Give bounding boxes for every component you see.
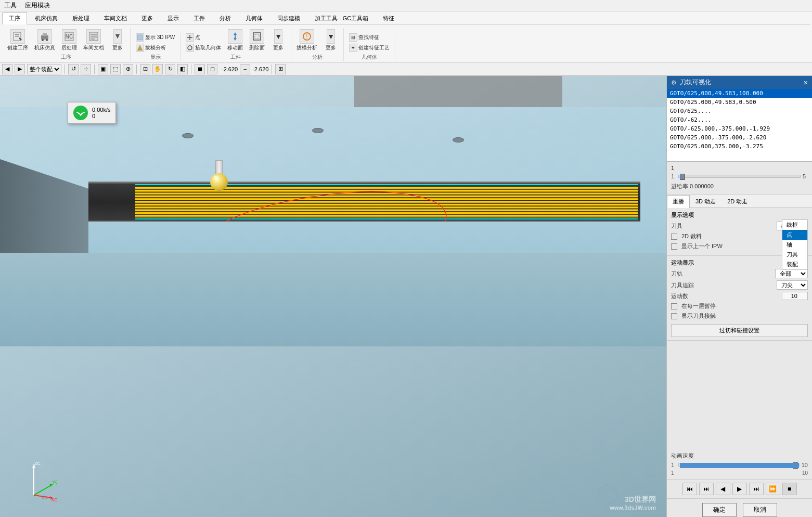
tb-btn1[interactable]: ↺ bbox=[68, 64, 79, 74]
tb-rotate[interactable]: ↻ bbox=[165, 64, 175, 74]
btn-offset[interactable]: 删除面 bbox=[247, 28, 267, 53]
dd-item-zhou[interactable]: 轴 bbox=[782, 240, 807, 250]
gcode-item-6[interactable]: GOTO/625.000,375.000,-3.275 bbox=[667, 142, 812, 151]
btn-machine-label: 机床仿真 bbox=[34, 44, 55, 51]
tab-jixhe[interactable]: 几何体 bbox=[239, 12, 269, 24]
btn-last[interactable]: ⏩ bbox=[766, 483, 780, 495]
btn-move[interactable]: 移动面 bbox=[225, 28, 245, 53]
btn-more-fenxi-label: 更多 bbox=[326, 44, 336, 51]
btn-create-feature[interactable]: ✦ 创建特征工艺 bbox=[347, 43, 392, 53]
create-feature-icon: ✦ bbox=[349, 44, 357, 52]
btn-prev-frame[interactable]: ⏭ bbox=[699, 483, 714, 495]
tb-misc[interactable]: ⊞ bbox=[275, 64, 286, 74]
check-contact-label: 显示刀具接触 bbox=[681, 312, 808, 320]
analyse-icon: ! bbox=[300, 29, 314, 44]
btn-machine[interactable]: 机床仿真 bbox=[32, 28, 57, 53]
btn-merge[interactable]: ⊞ 查找特征 bbox=[347, 33, 392, 42]
tab-gongxu[interactable]: 工序 bbox=[2, 12, 27, 24]
tool-track-select[interactable]: 全部 切削 非切削 bbox=[775, 269, 808, 278]
btn-first[interactable]: ⏮ bbox=[682, 483, 697, 495]
tb-btn2[interactable]: ⊹ bbox=[81, 64, 91, 74]
check-contact-row: 显示刀具接触 bbox=[671, 312, 808, 320]
wifi-icon bbox=[73, 106, 88, 120]
btn-workshop[interactable]: 车间文档 bbox=[81, 28, 106, 53]
overcut-btn[interactable]: 过切和碰撞设置 bbox=[671, 324, 808, 337]
btn-pick-circle[interactable]: 拾取几何体 bbox=[184, 43, 223, 53]
check-2d[interactable] bbox=[671, 234, 677, 240]
menu-item-module[interactable]: 应用模块 bbox=[25, 1, 50, 10]
dd-item-xk[interactable]: 线框 bbox=[782, 220, 807, 230]
gcode-item-0[interactable]: GOTO/625,000,49.583,100.000 bbox=[667, 89, 812, 98]
btn-postprocess[interactable]: NC 后处理 bbox=[59, 28, 79, 53]
tb-move[interactable]: ⊕ bbox=[123, 64, 133, 74]
move-icon bbox=[228, 29, 242, 44]
slider-value: 1 bbox=[671, 165, 808, 171]
gcode-item-2[interactable]: GOTO/625,... bbox=[667, 107, 812, 115]
tb-zoom[interactable]: ⊡ bbox=[140, 64, 150, 74]
btn-draft[interactable]: 拔模分析 bbox=[134, 43, 177, 53]
tool-trace-select[interactable]: 刀尖 刀心 bbox=[777, 280, 808, 290]
dd-item-dj[interactable]: 刀具 bbox=[782, 250, 807, 260]
btn-next-frame[interactable]: ⏭ bbox=[749, 483, 764, 495]
slider-track[interactable] bbox=[678, 175, 801, 178]
tab-gongju[interactable]: 加工工具 - GC工具箱 bbox=[308, 12, 375, 24]
tab-tongbu[interactable]: 同步建模 bbox=[270, 12, 307, 24]
tab-replay[interactable]: 重播 bbox=[667, 195, 690, 208]
gcode-item-4[interactable]: GOTO/-625.000,-375.000,-1.929 bbox=[667, 124, 812, 133]
ok-button[interactable]: 确定 bbox=[702, 503, 737, 517]
tab-jichuang[interactable]: 机床仿真 bbox=[28, 12, 65, 24]
btn-more-fenxi[interactable]: ▼ 更多 bbox=[321, 28, 340, 53]
wifi-speed: 0.00k/s bbox=[92, 107, 110, 113]
tab-xianshi[interactable]: 显示 bbox=[161, 12, 186, 24]
move-count-input[interactable] bbox=[782, 292, 808, 300]
dd-item-dian[interactable]: 点 bbox=[782, 230, 807, 240]
anim-slider-track[interactable] bbox=[678, 463, 800, 467]
gcode-item-3[interactable]: GOTO/-62,... bbox=[667, 115, 812, 124]
tb-pan[interactable]: ✋ bbox=[152, 64, 163, 74]
gcode-item-5[interactable]: GOTO/625.000,-375.000,-2.620 bbox=[667, 133, 812, 142]
assembly-select[interactable]: 整个装配 bbox=[27, 64, 61, 74]
tb-select[interactable]: ▣ bbox=[98, 64, 108, 74]
svg-rect-22 bbox=[255, 34, 259, 38]
tab-houchu[interactable]: 后处理 bbox=[66, 12, 96, 24]
cancel-button[interactable]: 取消 bbox=[743, 503, 777, 517]
menu-item-tool[interactable]: 工具 bbox=[4, 1, 17, 10]
btn-point[interactable]: 点 bbox=[184, 33, 223, 42]
sep1 bbox=[65, 64, 65, 74]
tab-3d-anim[interactable]: 3D 动走 bbox=[690, 195, 721, 208]
check-pause[interactable] bbox=[671, 303, 677, 309]
tab-gongxu2[interactable]: 工件 bbox=[187, 12, 212, 24]
machine-icon bbox=[37, 29, 52, 44]
btn-more-gongxu2[interactable]: ▼ 更多 bbox=[269, 28, 288, 53]
btn-analyse[interactable]: ! 拔模分析 bbox=[294, 28, 319, 53]
gcode-list[interactable]: GOTO/625,000,49.583,100.000 GOTO/625.000… bbox=[667, 89, 812, 162]
tb-shade[interactable]: ◼ bbox=[195, 64, 205, 74]
check-contact[interactable] bbox=[671, 313, 677, 319]
tab-more1[interactable]: 更多 bbox=[135, 12, 160, 24]
panel-title: 刀轨可视化 bbox=[680, 78, 711, 87]
viewport[interactable]: 0.00k/s 0 ZC YC XC XM 3D世界网 www.3dsJW.co… bbox=[0, 76, 666, 517]
tab-fenxi[interactable]: 分析 bbox=[213, 12, 238, 24]
ribbon-tabs: 工序 机床仿真 后处理 车间文档 更多 显示 工件 分析 几何体 同步建模 加工… bbox=[2, 12, 810, 24]
tab-2d-anim[interactable]: 2D 动走 bbox=[721, 195, 753, 208]
tb-forward[interactable]: ▶ bbox=[15, 64, 25, 74]
btn-more-gongxu[interactable]: ▼ 更多 bbox=[108, 28, 127, 53]
tab-tezheng[interactable]: 特征 bbox=[376, 12, 401, 24]
gcode-item-1[interactable]: GOTO/625.000,49.583,0.500 bbox=[667, 98, 812, 107]
tb-wire[interactable]: ◻ bbox=[207, 64, 217, 74]
tb-view[interactable]: ◧ bbox=[177, 64, 188, 74]
btn-stop[interactable]: ■ bbox=[782, 483, 797, 495]
tb-filter[interactable]: ⬚ bbox=[110, 64, 121, 74]
tb-back[interactable]: ◀ bbox=[2, 64, 12, 74]
check-ipw[interactable] bbox=[671, 243, 677, 250]
tb-minus[interactable]: − bbox=[240, 64, 250, 74]
btn-show-ipw[interactable]: 显示 3D IPW bbox=[134, 33, 177, 42]
tab-chelian[interactable]: 车间文档 bbox=[97, 12, 134, 24]
btn-play-back[interactable]: ◀ bbox=[716, 483, 730, 495]
dd-item-zp[interactable]: 装配 bbox=[782, 260, 807, 269]
btn-play-fwd[interactable]: ▶ bbox=[732, 483, 747, 495]
svg-rect-15 bbox=[137, 35, 143, 40]
btn-new-op[interactable]: 创建工序 bbox=[5, 28, 30, 53]
panel-close-btn[interactable]: × bbox=[804, 79, 808, 87]
btn-postprocess-label: 后处理 bbox=[61, 44, 77, 51]
